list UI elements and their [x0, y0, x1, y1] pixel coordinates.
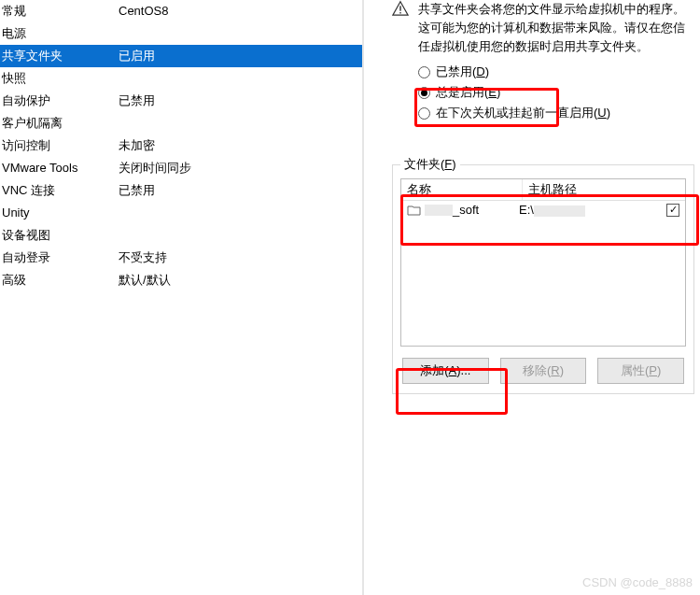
sidebar-item-vmware-tools[interactable]: VMware Tools 关闭时间同步: [0, 157, 362, 179]
sidebar-value: 默认/默认: [119, 271, 362, 290]
sidebar-label: Unity: [2, 204, 119, 222]
sidebar-item-shared-folders[interactable]: 共享文件夹 已启用: [0, 45, 362, 67]
column-name[interactable]: 名称: [401, 179, 523, 200]
folders-fieldset: 文件夹(F) 名称 主机路径 _soft E:\ ✓: [392, 164, 694, 394]
folder-enabled-checkbox[interactable]: ✓: [666, 204, 679, 217]
folders-list[interactable]: 名称 主机路径 _soft E:\ ✓: [400, 178, 686, 347]
sidebar-item-snapshot[interactable]: 快照: [0, 67, 362, 90]
add-button[interactable]: 添加(A)...: [402, 358, 489, 384]
fieldset-legend: 文件夹(F): [400, 156, 460, 173]
enable-radio-group: 已禁用(D) 总是启用(E) 在下次关机或挂起前一直启用(U): [418, 62, 694, 123]
sidebar-item-auto-login[interactable]: 自动登录 不受支持: [0, 247, 362, 269]
sidebar-value: 已禁用: [119, 92, 362, 110]
sidebar-item-vnc[interactable]: VNC 连接 已禁用: [0, 179, 362, 202]
sidebar-label: 自动保护: [2, 92, 119, 110]
sidebar-item-unity[interactable]: Unity: [0, 202, 362, 224]
sidebar-value: 不受支持: [119, 248, 362, 267]
sidebar-value: 关闭时间同步: [119, 159, 362, 177]
sidebar-label: 客户机隔离: [2, 114, 119, 133]
radio-label: 在下次关机或挂起前一直启用(U): [436, 105, 610, 121]
sidebar-value: 未加密: [119, 136, 362, 155]
sidebar-item-access-control[interactable]: 访问控制 未加密: [0, 135, 362, 157]
folder-icon: [407, 204, 421, 216]
sidebar-item-device-view[interactable]: 设备视图: [0, 224, 362, 247]
sidebar-label: 常规: [2, 2, 119, 21]
sidebar-value: CentOS8: [119, 2, 362, 21]
sidebar-label: VMware Tools: [2, 159, 119, 177]
radio-always-enabled[interactable]: 总是启用(E): [418, 82, 694, 103]
watermark: CSDN @code_8888: [582, 575, 693, 589]
sidebar-item-general[interactable]: 常规 CentOS8: [0, 0, 362, 22]
sidebar-value: 已启用: [119, 47, 362, 65]
sidebar-value: [119, 226, 362, 245]
radio-until-shutdown[interactable]: 在下次关机或挂起前一直启用(U): [418, 103, 694, 123]
sidebar-value: [119, 114, 362, 133]
column-path[interactable]: 主机路径: [523, 179, 685, 200]
sidebar-label: 访问控制: [2, 136, 119, 155]
sidebar-label: 自动登录: [2, 248, 119, 267]
list-header: 名称 主机路径: [401, 179, 685, 201]
svg-rect-1: [399, 6, 400, 10]
sidebar-label: 电源: [2, 24, 119, 43]
sidebar-label: 高级: [2, 271, 119, 290]
sidebar-label: VNC 连接: [2, 181, 119, 200]
radio-label: 已禁用(D): [436, 64, 489, 80]
folder-row[interactable]: _soft E:\ ✓: [401, 201, 685, 219]
svg-rect-2: [399, 12, 400, 13]
sidebar-value: 已禁用: [119, 181, 362, 200]
sidebar-item-autoprotect[interactable]: 自动保护 已禁用: [0, 90, 362, 112]
sidebar-item-guest-isolation[interactable]: 客户机隔离: [0, 112, 362, 135]
sidebar-label: 设备视图: [2, 226, 119, 245]
sidebar-item-advanced[interactable]: 高级 默认/默认: [0, 269, 362, 291]
sidebar-label: 共享文件夹: [2, 47, 119, 65]
warning-block: 共享文件夹会将您的文件显示给虚拟机中的程序。这可能为您的计算机和数据带来风险。请…: [392, 0, 694, 56]
folder-path-cell: E:\: [519, 203, 666, 217]
radio-icon: [418, 66, 430, 78]
radio-icon: [418, 107, 430, 120]
sidebar-label: 快照: [2, 69, 119, 88]
shared-folders-panel: 共享文件夹会将您的文件显示给虚拟机中的程序。这可能为您的计算机和数据带来风险。请…: [364, 0, 700, 595]
settings-category-list: 常规 CentOS8 电源 共享文件夹 已启用 快照 自动保护 已禁用 客户机隔…: [0, 0, 364, 595]
sidebar-value: [119, 24, 362, 43]
sidebar-value: [119, 69, 362, 88]
folder-name-cell: _soft: [407, 203, 519, 217]
sidebar-value: [119, 204, 362, 222]
sidebar-item-power[interactable]: 电源: [0, 22, 362, 45]
warning-text: 共享文件夹会将您的文件显示给虚拟机中的程序。这可能为您的计算机和数据带来风险。请…: [418, 0, 694, 56]
radio-disabled[interactable]: 已禁用(D): [418, 62, 694, 82]
warning-icon: [392, 0, 409, 17]
button-row: 添加(A)... 移除(R) 属性(P): [400, 358, 686, 384]
radio-icon: [418, 87, 430, 99]
radio-label: 总是启用(E): [436, 84, 500, 101]
properties-button[interactable]: 属性(P): [597, 358, 684, 384]
remove-button[interactable]: 移除(R): [500, 358, 587, 384]
